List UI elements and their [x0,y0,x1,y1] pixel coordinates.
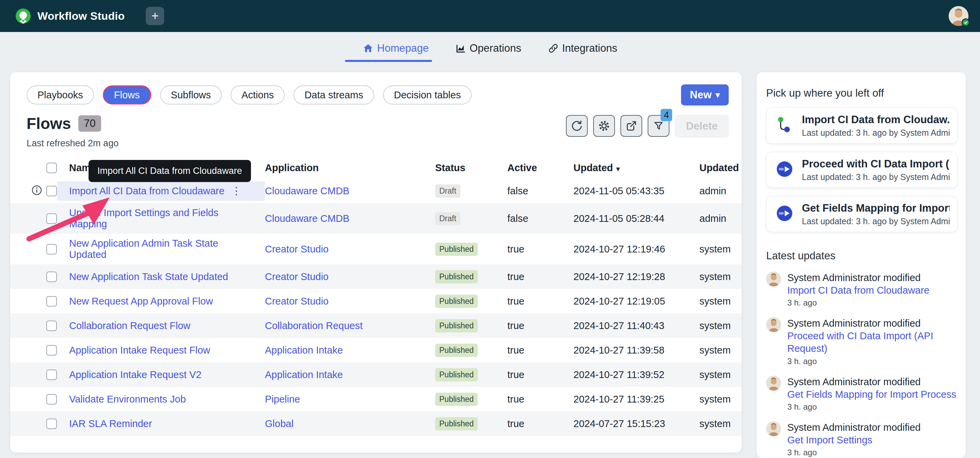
flow-name-link[interactable]: New Request App Approval Flow [69,296,213,307]
column-header-status[interactable]: Status [435,162,466,173]
pill-data-streams[interactable]: Data streams [294,86,374,105]
application-link[interactable]: Application Intake [265,369,343,380]
flow-name-link[interactable]: Update Import Settings and Fields Mappin… [69,207,255,230]
data-stream-icon [775,159,794,180]
status-badge: Published [435,270,478,284]
update-flow-link[interactable]: Get Fields Mapping for Import Process [787,389,956,400]
application-link[interactable]: Creator Studio [265,271,329,282]
tab-operations[interactable]: Operations [454,40,523,62]
pickup-card-title: Import CI Data from Cloudaw... [802,114,950,126]
update-flow-link[interactable]: Proceed with CI Data Import (API Request… [787,330,933,354]
last-refreshed-text: Last refreshed 2m ago [27,138,118,149]
application-link[interactable]: Collaboration Request [265,320,363,331]
update-actor-action: System Administrator modified [787,318,921,329]
row-checkbox[interactable] [46,345,57,356]
table-row: New Application Task State UpdatedCreato… [10,265,741,289]
active-value: true [508,271,573,282]
pickup-card-subtitle: Last updated: 3 h. ago by System Adminis… [802,128,950,138]
update-item: System Administrator modifiedGet Fields … [766,376,958,412]
side-panel: Pick up where you left off Import CI Dat… [757,72,966,458]
application-link[interactable]: Cloudaware CMDB [265,213,349,224]
new-tab-button[interactable]: + [146,7,164,25]
row-checkbox[interactable] [46,296,57,307]
flow-name-link[interactable]: Collaboration Request Flow [69,320,190,331]
update-item: System Administrator modifiedImport CI D… [766,271,958,307]
tab-integrations[interactable]: Integrations [547,40,619,62]
refresh-button[interactable] [566,115,588,137]
application-link[interactable]: Pipeline [265,394,300,404]
row-checkbox[interactable] [46,244,57,255]
settings-button[interactable] [593,115,615,137]
update-time: 3 h. ago [787,402,956,412]
new-button[interactable]: New▾ [681,84,729,106]
status-badge: Published [435,242,478,256]
active-value: true [508,394,573,405]
row-checkbox[interactable] [46,271,57,282]
row-checkbox[interactable] [46,213,57,224]
filter-button[interactable]: 4 [648,115,670,137]
pickup-card[interactable]: Proceed with CI Data Import (...Last upd… [766,152,958,188]
pill-decision-tables[interactable]: Decision tables [383,86,472,105]
application-link[interactable]: Creator Studio [265,296,329,307]
updated-by-value: system [699,271,741,282]
flow-name-link[interactable]: IAR SLA Reminder [69,418,152,429]
export-button[interactable] [620,115,642,137]
info-icon[interactable] [31,184,43,198]
filter-icon [652,120,665,132]
column-header-active[interactable]: Active [508,162,537,173]
row-checkbox[interactable] [46,418,57,429]
application-link[interactable]: Global [265,418,294,429]
application-link[interactable]: Cloudaware CMDB [265,185,349,197]
flow-name-link[interactable]: Application Intake Request V2 [69,369,202,380]
pill-subflows[interactable]: Subflows [160,86,222,105]
active-value: true [508,244,573,255]
chevron-down-icon: ▾ [716,90,720,100]
update-item: System Administrator modifiedGet Import … [766,421,958,457]
pickup-card-subtitle: Last updated: 3 h. ago by System Adminis… [802,216,950,226]
flow-name-link[interactable]: Import All CI Data from Cloudaware [69,185,224,197]
new-button-label: New [690,89,712,101]
table-row: Update Import Settings and Fields Mappin… [10,203,741,234]
update-flow-link[interactable]: Import CI Data from Cloudaware [787,285,929,296]
column-header-application[interactable]: Application [265,162,319,173]
update-text: System Administrator modifiedProceed wit… [787,317,958,355]
kebab-menu-icon[interactable]: ⋮ [231,186,242,196]
column-header-updated-by[interactable]: Updated by [699,162,741,173]
table-row: New Request App Approval FlowCreator Stu… [10,289,741,314]
flow-name-link[interactable]: New Application Task State Updated [69,271,228,282]
delete-button[interactable]: Delete [675,115,729,138]
column-header-updated[interactable]: Updated▾ [573,162,699,174]
filter-count-badge: 4 [660,109,672,121]
updated-value: 2024-10-27 12:19:05 [573,296,699,307]
pickup-card[interactable]: Get Fields Mapping for Import...Last upd… [766,196,958,232]
status-badge: Published [435,295,478,308]
pickup-card[interactable]: Import CI Data from Cloudaw...Last updat… [766,108,958,144]
active-value: true [508,369,573,380]
pickup-card-title: Proceed with CI Data Import (... [802,158,950,170]
flow-name-link[interactable]: New Application Admin Task State Updated [69,238,255,260]
flows-table: Name Application Status Active Updated▾ … [10,157,741,436]
flow-name-link[interactable]: Validate Environments Job [69,394,186,405]
active-value: false [508,185,573,197]
share-export-icon [625,120,638,132]
pill-actions[interactable]: Actions [231,86,285,105]
flow-name-link[interactable]: Application Intake Request Flow [69,345,210,356]
status-badge: Published [435,368,478,382]
select-all-checkbox[interactable] [46,163,57,173]
table-row: Application Intake Request V2Application… [10,362,741,387]
update-flow-link[interactable]: Get Import Settings [787,434,872,445]
flows-list-card: PlaybooksFlowsSubflowsActionsData stream… [10,72,741,453]
row-checkbox[interactable] [46,394,57,404]
row-checkbox[interactable] [46,369,57,380]
status-badge: Published [435,393,478,406]
row-checkbox[interactable] [46,320,57,331]
tab-homepage[interactable]: Homepage [361,40,430,62]
application-link[interactable]: Application Intake [265,345,343,356]
update-avatar [766,317,781,332]
table-row: New Application Admin Task State Updated… [10,234,741,265]
pill-playbooks[interactable]: Playbooks [27,86,94,105]
row-checkbox[interactable] [46,186,57,197]
entity-type-pills: PlaybooksFlowsSubflowsActionsData stream… [10,84,741,106]
pill-flows[interactable]: Flows [103,86,151,105]
application-link[interactable]: Creator Studio [265,244,329,255]
